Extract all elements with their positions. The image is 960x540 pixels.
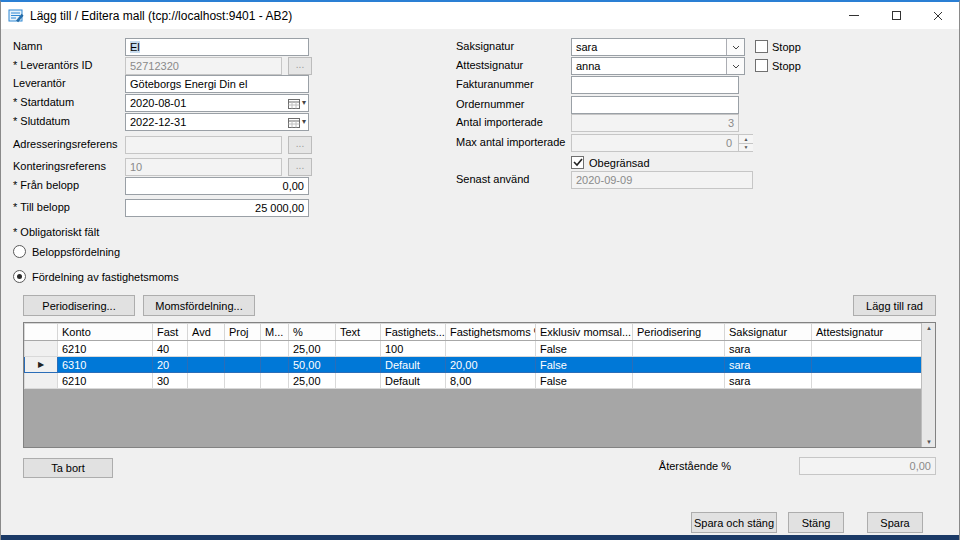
- spinner-up-icon[interactable]: ▲: [738, 135, 753, 144]
- lagg-till-rad-button[interactable]: Lägg till rad: [853, 295, 936, 316]
- grid-cell[interactable]: 40: [153, 341, 188, 357]
- grid-cell[interactable]: [812, 357, 922, 373]
- leverantors-id-input[interactable]: 52712320: [125, 57, 282, 75]
- grid-cell[interactable]: 6310: [58, 357, 153, 373]
- grid-column-header[interactable]: Saksignatur: [725, 324, 812, 341]
- grid-cell[interactable]: [188, 341, 225, 357]
- startdatum-input[interactable]: 2020-08-01 ▾: [125, 94, 309, 112]
- attestsignatur-stopp-checkbox[interactable]: [755, 59, 768, 72]
- minimize-button[interactable]: [833, 2, 875, 29]
- grid-cell[interactable]: [336, 373, 381, 389]
- ordernummer-input[interactable]: [571, 96, 739, 114]
- grid-cell[interactable]: Default: [381, 373, 446, 389]
- momsfordelning-button[interactable]: Momsfördelning...: [143, 295, 255, 316]
- grid-vertical-scrollbar[interactable]: ▲ ▼: [921, 323, 936, 447]
- konteringsreferens-input[interactable]: 10: [125, 158, 282, 176]
- grid-column-header[interactable]: Exklusiv momsal...: [536, 324, 633, 341]
- grid-cell[interactable]: [812, 341, 922, 357]
- till-belopp-input[interactable]: 25 000,00: [125, 199, 309, 217]
- row-selector[interactable]: [25, 341, 58, 357]
- grid-cell[interactable]: [261, 373, 289, 389]
- grid-cell[interactable]: False: [536, 341, 633, 357]
- spara-button[interactable]: Spara: [867, 512, 923, 533]
- saksignatur-dropdown-button[interactable]: [726, 39, 744, 55]
- spara-och-stang-button[interactable]: Spara och stäng: [691, 512, 777, 533]
- grid-cell[interactable]: [633, 373, 725, 389]
- adresseringsreferens-browse-button[interactable]: ...: [288, 136, 312, 154]
- grid-cell[interactable]: Default: [381, 357, 446, 373]
- fastighetsmoms-radio[interactable]: [13, 270, 26, 283]
- grid-cell[interactable]: 50,00: [289, 357, 336, 373]
- table-row[interactable]: 62104025,00100Falsesara: [25, 341, 922, 357]
- leverantors-id-browse-button[interactable]: ...: [288, 57, 312, 75]
- konteringsreferens-browse-button[interactable]: ...: [288, 158, 312, 176]
- grid-cell[interactable]: [336, 357, 381, 373]
- grid-column-header[interactable]: Konto: [58, 324, 153, 341]
- grid-cell[interactable]: 100: [381, 341, 446, 357]
- senast-anvand-input[interactable]: 2020-09-09: [571, 171, 753, 189]
- row-selector[interactable]: [25, 373, 58, 389]
- ta-bort-button[interactable]: Ta bort: [23, 458, 113, 478]
- grid-cell[interactable]: sara: [725, 341, 812, 357]
- grid-column-header[interactable]: Fast: [153, 324, 188, 341]
- grid-cell[interactable]: [336, 341, 381, 357]
- grid-cell[interactable]: [188, 373, 225, 389]
- max-antal-spinner-buttons[interactable]: ▲▼: [738, 135, 753, 151]
- grid-cell[interactable]: sara: [725, 357, 812, 373]
- namn-input[interactable]: El: [125, 38, 309, 56]
- scroll-down-icon[interactable]: ▼: [926, 439, 932, 445]
- grid-cell[interactable]: [446, 341, 536, 357]
- grid-cell[interactable]: [261, 341, 289, 357]
- grid-cell[interactable]: [188, 357, 225, 373]
- antal-importerade-input[interactable]: 3: [571, 114, 739, 132]
- grid-cell[interactable]: [225, 373, 261, 389]
- maximize-button[interactable]: [875, 2, 917, 29]
- grid-column-header[interactable]: Text: [336, 324, 381, 341]
- grid-cell[interactable]: [633, 341, 725, 357]
- fran-belopp-input[interactable]: 0,00: [125, 177, 309, 195]
- grid-column-header[interactable]: [25, 324, 58, 341]
- grid-cell[interactable]: 25,00: [289, 341, 336, 357]
- grid-cell[interactable]: [225, 341, 261, 357]
- grid-cell[interactable]: [225, 357, 261, 373]
- adresseringsreferens-input[interactable]: [125, 136, 282, 154]
- grid-cell[interactable]: False: [536, 373, 633, 389]
- obegransad-checkbox[interactable]: [571, 156, 584, 169]
- grid-cell[interactable]: 25,00: [289, 373, 336, 389]
- grid-column-header[interactable]: %: [289, 324, 336, 341]
- grid-column-header[interactable]: Periodisering: [633, 324, 725, 341]
- aterstaende-input[interactable]: 0,00: [799, 457, 936, 475]
- grid-column-header[interactable]: Fastighets...: [381, 324, 446, 341]
- stang-button[interactable]: Stäng: [788, 512, 844, 533]
- slutdatum-datepicker-button[interactable]: ▾: [288, 114, 306, 130]
- fakturanummer-input[interactable]: [571, 76, 739, 94]
- saksignatur-combobox[interactable]: sara: [571, 38, 745, 56]
- grid-column-header[interactable]: Attestsignatur: [812, 324, 922, 341]
- grid-cell[interactable]: [812, 373, 922, 389]
- grid-cell[interactable]: 20,00: [446, 357, 536, 373]
- grid-cell[interactable]: [633, 357, 725, 373]
- close-button[interactable]: [917, 2, 959, 29]
- grid-cell[interactable]: False: [536, 357, 633, 373]
- grid-cell[interactable]: 20: [153, 357, 188, 373]
- max-antal-importerade-spinner[interactable]: 0: [571, 134, 753, 152]
- table-row[interactable]: 62103025,00Default8,00Falsesara: [25, 373, 922, 389]
- table-row[interactable]: ▶63102050,00Default20,00Falsesara: [25, 357, 922, 373]
- grid-cell[interactable]: 6210: [58, 373, 153, 389]
- attestsignatur-combobox[interactable]: anna: [571, 57, 745, 75]
- startdatum-datepicker-button[interactable]: ▾: [288, 95, 306, 111]
- grid-cell[interactable]: sara: [725, 373, 812, 389]
- slutdatum-input[interactable]: 2022-12-31 ▾: [125, 113, 309, 131]
- spinner-down-icon[interactable]: ▼: [738, 144, 753, 152]
- grid-column-header[interactable]: Proj: [225, 324, 261, 341]
- grid-column-header[interactable]: Avd: [188, 324, 225, 341]
- attestsignatur-dropdown-button[interactable]: [726, 58, 744, 74]
- grid-column-header[interactable]: Fastighetsmoms %: [446, 324, 536, 341]
- grid-cell[interactable]: 30: [153, 373, 188, 389]
- saksignatur-stopp-checkbox[interactable]: [755, 40, 768, 53]
- leverantor-input[interactable]: Göteborgs Energi Din el: [125, 75, 309, 93]
- grid-cell[interactable]: 6210: [58, 341, 153, 357]
- scroll-up-icon[interactable]: ▲: [926, 325, 932, 331]
- beloppsfordelning-radio[interactable]: [13, 245, 26, 258]
- grid-cell[interactable]: 8,00: [446, 373, 536, 389]
